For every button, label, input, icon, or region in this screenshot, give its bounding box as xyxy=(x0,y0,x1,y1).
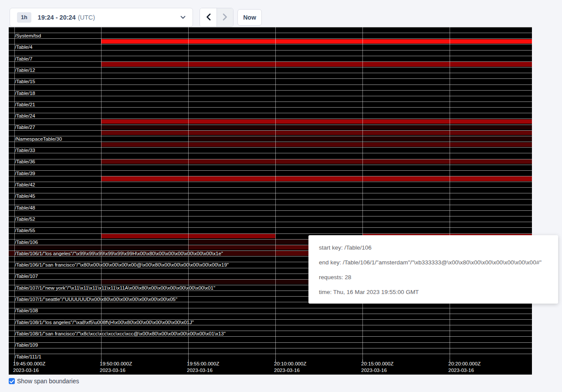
span-boundary-line xyxy=(9,78,532,79)
chevron-right-icon xyxy=(223,14,227,22)
heatmap-rows-area: /System/tsd/Table/4/Table/7/Table/12/Tab… xyxy=(9,27,532,359)
x-axis-date-label: 2023-03-16 xyxy=(100,368,125,373)
heat-band xyxy=(9,245,188,250)
span-boundary-line xyxy=(9,354,532,354)
tooltip-start-key: start key: /Table/106 xyxy=(319,240,548,255)
row-label: /Table/45 xyxy=(15,193,35,199)
time-nav-group xyxy=(200,8,234,27)
span-boundary-line xyxy=(9,170,532,171)
heat-band xyxy=(101,39,532,44)
key-visualizer-canvas[interactable]: /System/tsd/Table/4/Table/7/Table/12/Tab… xyxy=(9,27,532,375)
row-label: /Table/107/1/"new york"/"\x11\x11\x11\x1… xyxy=(15,285,215,291)
span-boundary-line xyxy=(9,44,532,44)
row-label: /Table/39 xyxy=(15,171,35,176)
row-label: /Table/4 xyxy=(15,44,32,50)
span-boundary-line xyxy=(9,33,532,33)
x-axis-date-label: 2023-03-16 xyxy=(13,368,39,373)
row-label: /Table/109 xyxy=(15,342,38,348)
time-gridline xyxy=(188,27,189,359)
chevron-down-icon xyxy=(180,16,186,19)
span-boundary-line xyxy=(9,205,532,205)
x-axis-date-label: 2023-03-16 xyxy=(274,368,300,373)
span-boundary-line xyxy=(9,159,532,159)
row-label: /Table/7 xyxy=(15,56,32,62)
check-icon xyxy=(10,377,14,385)
heat-band xyxy=(101,125,532,129)
row-label: /Table/36 xyxy=(15,159,35,165)
tooltip-end-key: end key: /Table/106/1/"amsterdam"/"\xb33… xyxy=(319,255,548,270)
span-boundary-line xyxy=(9,187,532,188)
heat-band xyxy=(101,119,532,124)
time-gridline xyxy=(275,27,276,359)
row-label: /Table/42 xyxy=(15,182,35,188)
heat-band xyxy=(101,176,532,181)
hover-tooltip: start key: /Table/106 end key: /Table/10… xyxy=(308,235,558,304)
row-label: /System/tsd xyxy=(15,33,41,39)
span-boundary-line xyxy=(9,118,532,119)
row-label: /Table/107 xyxy=(15,274,38,279)
show-span-boundaries-label: Show span boundaries xyxy=(17,378,79,385)
span-boundary-line xyxy=(9,113,532,113)
time-range-preset-badge: 1h xyxy=(17,12,31,23)
heat-band xyxy=(188,136,532,141)
now-button[interactable]: Now xyxy=(237,9,262,26)
footer: Show span boundaries xyxy=(9,378,79,385)
x-axis-time-label: 20:10:00.000Z xyxy=(274,361,306,366)
row-label: /Table/111/1 xyxy=(15,354,41,359)
x-axis-time-label: 19:50:00.000Z xyxy=(100,361,132,366)
row-label: /Table/18 xyxy=(15,91,35,96)
heat-band xyxy=(101,62,532,66)
span-boundary-line xyxy=(9,142,532,142)
row-label: /Table/21 xyxy=(15,102,35,108)
previous-interval-button[interactable] xyxy=(200,8,217,27)
heat-band xyxy=(101,159,532,164)
span-boundary-line xyxy=(9,90,532,91)
span-boundary-line xyxy=(9,216,532,216)
heat-band xyxy=(101,142,532,147)
heat-band xyxy=(101,131,532,135)
span-boundary-line xyxy=(9,147,532,148)
row-label: /Table/55 xyxy=(15,228,35,233)
span-boundary-line xyxy=(9,67,532,68)
span-boundary-line xyxy=(9,38,532,39)
span-boundary-line xyxy=(9,210,532,211)
span-boundary-line xyxy=(9,101,532,102)
row-label: /Table/108 xyxy=(15,308,38,314)
span-boundary-line xyxy=(9,73,532,73)
span-boundary-line xyxy=(9,125,532,125)
span-boundary-line xyxy=(9,193,532,193)
row-label: /Table/106 xyxy=(15,240,38,245)
tooltip-requests: requests: 28 xyxy=(319,270,548,285)
span-boundary-line xyxy=(9,182,532,182)
span-boundary-line xyxy=(9,314,532,314)
time-range-timezone: (UTC) xyxy=(78,14,95,21)
time-range-value: 19:24 - 20:24 xyxy=(38,14,76,21)
chevron-left-icon xyxy=(206,14,211,22)
span-boundary-line xyxy=(9,348,532,348)
span-boundary-line xyxy=(9,136,532,136)
next-interval-button[interactable] xyxy=(217,8,233,27)
time-range-dropdown[interactable]: 1h 19:24 - 20:24 (UTC) xyxy=(10,8,193,27)
span-boundary-line xyxy=(9,50,532,51)
row-label: /Table/12 xyxy=(15,68,35,73)
span-boundary-line xyxy=(9,165,532,165)
span-boundary-line xyxy=(9,199,532,199)
x-axis-date-label: 2023-03-16 xyxy=(361,368,387,373)
row-label: /Table/48 xyxy=(15,205,35,211)
span-boundary-line xyxy=(9,222,532,222)
row-label: /Table/108/1/"los angeles"/"\xa8\xf5\u00… xyxy=(15,320,194,325)
row-label: /NamespaceTable/30 xyxy=(15,136,62,142)
span-boundary-line xyxy=(9,61,532,62)
span-boundary-line xyxy=(9,130,532,131)
span-boundary-line xyxy=(9,107,532,108)
show-span-boundaries-checkbox[interactable] xyxy=(9,378,15,384)
heat-band xyxy=(188,245,275,250)
span-boundary-line xyxy=(9,153,532,153)
span-boundary-line xyxy=(9,56,532,56)
span-boundary-line xyxy=(9,176,532,176)
span-boundary-line xyxy=(9,227,532,228)
span-boundary-line xyxy=(9,96,532,96)
page: { "toolbar": { "range_badge": "1h", "ran… xyxy=(0,0,562,392)
row-label: /Table/108/1/"san francisco"/"\x8c\xcc\x… xyxy=(15,331,226,337)
x-axis-date-label: 2023-03-16 xyxy=(448,368,474,373)
